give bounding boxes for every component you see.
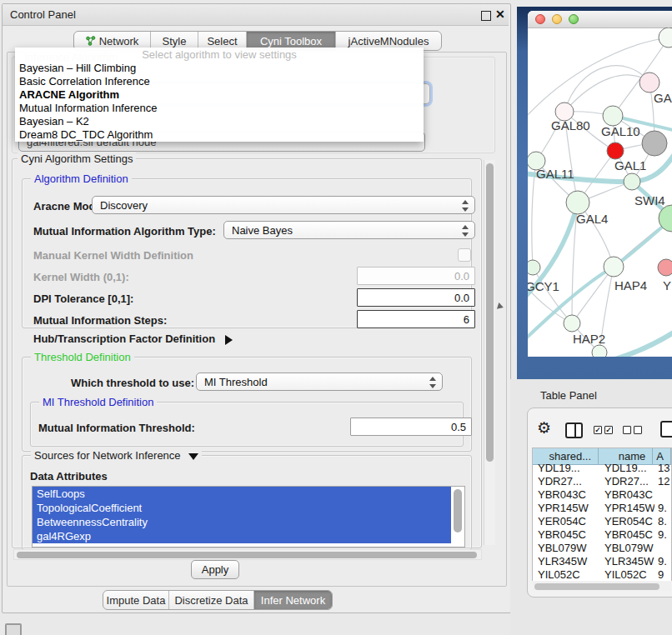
algorithm-option-bayesian-hill-climbing[interactable]: Bayesian – Hill Climbing	[15, 62, 424, 75]
tab-label: Network	[99, 35, 139, 48]
network-node[interactable]	[592, 345, 607, 357]
settings-vertical-scrollbar-thumb[interactable]	[486, 163, 494, 462]
network-node-y[interactable]	[658, 259, 672, 276]
node-label-hap4: HAP4	[614, 278, 647, 292]
mac-minimize-button[interactable]	[552, 14, 562, 24]
table-cell: 9.	[654, 528, 671, 542]
attribute-item-gal4rgexp[interactable]: gal4RGexp	[33, 529, 451, 543]
table-cell: 13	[654, 462, 671, 475]
cyni-algorithm-settings-title: Cyni Algorithm Settings	[18, 152, 136, 165]
mi-algorithm-type-combo[interactable]: Naive Bayes	[223, 221, 475, 239]
table-row[interactable]: YBR045CYBR045C9.	[533, 528, 671, 542]
control-panel-titlebar	[3, 4, 509, 26]
network-node-gal4[interactable]	[566, 191, 589, 214]
attributes-list-scrollbar-thumb[interactable]	[454, 489, 462, 532]
table-row[interactable]: YDL19...YDL19...13	[533, 462, 671, 475]
node-table[interactable]: shared...nameA YDL19...YDL19...13YDR27..…	[532, 448, 672, 581]
aracne-mode-combo[interactable]: Discovery	[92, 196, 475, 214]
data-attributes-list[interactable]: SelfLoopsTopologicalCoefficientBetweenne…	[32, 486, 465, 548]
algorithm-definition-title: Algorithm Definition	[31, 172, 132, 185]
table-cell: YBL079W	[599, 542, 654, 555]
float-panel-icon[interactable]	[481, 11, 491, 21]
table-row[interactable]: YDR27...YDR27...12	[533, 475, 671, 488]
apply-button[interactable]: Apply	[191, 560, 239, 579]
network-icon	[86, 36, 96, 46]
gear-icon[interactable]: ⚙	[537, 420, 551, 437]
attribute-item-topologicalcoefficient[interactable]: TopologicalCoefficient	[33, 501, 451, 515]
algorithm-option-aracne-algorithm[interactable]: ARACNE Algorithm	[15, 88, 424, 102]
manual-kernel-width-label: Manual Kernel Width Definition	[33, 249, 193, 262]
table-cell: YIL052C	[533, 568, 599, 581]
table-cell	[654, 488, 671, 502]
kernel-width-input[interactable]	[357, 267, 475, 285]
network-edge[interactable]	[564, 66, 649, 112]
table-row[interactable]: YBR043CYBR043C	[533, 488, 671, 502]
algorithm-option-basic-correlation-inference[interactable]: Basic Correlation Inference	[15, 75, 424, 88]
network-node-gcy1[interactable]	[528, 260, 540, 275]
select-all-icon[interactable]: ✓	[604, 426, 613, 434]
settings-vertical-scrollbar[interactable]	[484, 160, 495, 545]
network-node-gal[interactable]	[639, 72, 659, 92]
table-horizontal-scrollbar[interactable]	[533, 582, 671, 591]
tab-infer-network[interactable]: Infer Network	[254, 591, 332, 609]
which-threshold-combo[interactable]: MI Threshold	[196, 372, 443, 391]
columns-icon[interactable]	[565, 422, 583, 438]
minimized-panel-icon[interactable]	[5, 623, 22, 635]
tab-discretize-data[interactable]: Discretize Data	[169, 591, 254, 609]
network-node-hap2[interactable]	[564, 315, 580, 332]
algorithm-option-bayesian-k2[interactable]: Bayesian – K2	[15, 115, 424, 128]
tab-label: Cyni Toolbox	[260, 35, 322, 48]
deselect-all-icon[interactable]	[623, 426, 631, 434]
kernel-width-label: Kernel Width (0,1):	[33, 271, 129, 283]
network-node-gal1[interactable]	[607, 142, 624, 159]
table-cell: 8.	[654, 515, 671, 528]
mi-steps-input[interactable]	[357, 310, 475, 328]
close-panel-icon[interactable]: ✕	[495, 8, 505, 21]
mac-zoom-button[interactable]	[569, 14, 579, 24]
dpi-tolerance-input[interactable]	[357, 288, 475, 307]
network-node-gal10[interactable]	[603, 106, 623, 126]
mac-close-button[interactable]	[535, 14, 545, 24]
table-cell: YPR145W	[533, 502, 599, 515]
attribute-item-betweennesscentrality[interactable]: BetweennessCentrality	[33, 515, 451, 529]
table-cell: YBR045C	[533, 528, 599, 542]
algorithm-option-mutual-information-inference[interactable]: Mutual Information Inference	[15, 102, 424, 115]
select-all-icon[interactable]: ✓	[594, 426, 602, 434]
network-node-swi4[interactable]	[624, 173, 640, 190]
table-row[interactable]: YPR145WYPR145W9.	[533, 502, 671, 515]
settings-horizontal-scrollbar[interactable]	[13, 549, 482, 560]
tab-label: Impute Data	[107, 594, 166, 607]
table-cell: YPR145W	[599, 502, 654, 515]
hub-section-toggle[interactable]: Hub/Transcription Factor Definition	[33, 332, 233, 345]
attribute-item-selfloops[interactable]: SelfLoops	[33, 487, 451, 501]
network-node[interactable]	[642, 131, 667, 156]
network-edge[interactable]	[564, 75, 649, 112]
settings-horizontal-scrollbar-thumb[interactable]	[17, 552, 477, 558]
aracne-mode-value: Discovery	[100, 199, 148, 212]
table-row[interactable]: YIL052CYIL052C9	[533, 568, 671, 581]
sources-group-toggle[interactable]: Sources for Network Inference	[31, 449, 202, 462]
threshold-definition-title: Threshold Definition	[31, 351, 134, 363]
mi-steps-label: Mutual Information Steps:	[33, 314, 167, 327]
table-horizontal-scrollbar-thumb[interactable]	[534, 583, 659, 590]
manual-kernel-width-checkbox[interactable]	[458, 248, 471, 262]
table-row[interactable]: YBL079WYBL079W	[533, 542, 671, 555]
table-row[interactable]: YLR345WYLR345W9.	[533, 555, 671, 568]
data-attributes-label: Data Attributes	[30, 470, 108, 482]
network-edge[interactable]	[572, 267, 614, 323]
algorithm-option-dream8-dc-tdc-algorithm[interactable]: Dream8 DC_TDC Algorithm	[15, 128, 424, 142]
network-edge-thick[interactable]	[609, 331, 672, 357]
mi-threshold-input[interactable]	[350, 418, 472, 436]
node-label-gal: GAL	[654, 91, 672, 105]
network-canvas[interactable]: GALGAL80GAL10GAL1GAL11SWI4GAL4GCY1HAP4YH…	[528, 28, 672, 357]
table-row[interactable]: YER054CYER054C8.	[533, 515, 671, 528]
deselect-all-icon[interactable]	[634, 426, 642, 434]
tab-impute-data[interactable]: Impute Data	[103, 591, 169, 609]
file-icon[interactable]	[660, 421, 672, 438]
cyni-bottom-tabs: Impute DataDiscretize DataInfer Network	[103, 590, 333, 610]
network-graph[interactable]: GALGAL80GAL10GAL1GAL11SWI4GAL4GCY1HAP4YH…	[528, 28, 672, 357]
tab-label: Select	[207, 35, 237, 48]
network-node-hap4[interactable]	[604, 257, 624, 277]
network-node[interactable]	[659, 28, 672, 48]
algorithm-dropdown-placeholder: Select algorithm to view settings	[15, 48, 424, 62]
